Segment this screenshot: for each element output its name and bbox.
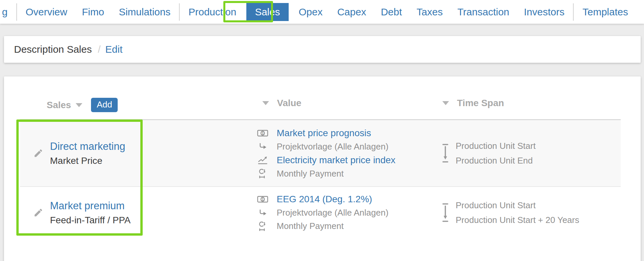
sales-item-titles: Direct marketingMarket Price: [50, 141, 125, 166]
recurring-payment-icon: [256, 222, 269, 231]
value-link[interactable]: Electricity market price index: [277, 155, 395, 166]
level-down-arrow-icon: [256, 143, 269, 151]
value-line: 1EEG 2014 (Deg. 1.2%): [256, 194, 438, 205]
breadcrumb-current: Description Sales: [14, 44, 92, 55]
value-cell: 1EEG 2014 (Deg. 1.2%)Projektvorlage (All…: [253, 187, 438, 238]
time-span-lines: Production Unit StartProduction Unit End: [456, 141, 536, 166]
value-cell: 1Market price prognosisProjektvorlage (A…: [253, 120, 438, 186]
value-text: Monthly Payment: [277, 221, 344, 231]
table-row: Market premiumFeed-in-Tariff / PPA1EEG 2…: [20, 187, 621, 261]
nav-divider: [573, 3, 574, 21]
edit-pencil-icon[interactable]: [33, 148, 43, 158]
breadcrumb-separator: /: [98, 44, 100, 55]
sales-item-cell: Direct marketingMarket Price: [20, 120, 253, 186]
top-navigation: gOverviewFimoSimulationsProductionSalesO…: [0, 0, 644, 24]
time-span-arrow-icon: [442, 144, 449, 163]
value-column-header: Value: [262, 98, 301, 108]
nav-tab-debt[interactable]: Debt: [381, 6, 402, 18]
value-line: Monthly Payment: [256, 169, 438, 179]
nav-tab-production[interactable]: Production: [188, 6, 236, 18]
level-down-arrow-icon: [256, 209, 269, 217]
time-span-end: Production Unit Start + 20 Years: [456, 215, 579, 225]
value-link[interactable]: EEG 2014 (Deg. 1.2%): [277, 194, 372, 205]
time-span-column-header: Time Span: [442, 98, 504, 108]
value-line: Projektvorlage (Alle Anlagen): [256, 208, 438, 218]
time-span-cell: Production Unit StartProduction Unit Sta…: [438, 187, 621, 238]
sales-item-link[interactable]: Market premium: [50, 200, 131, 212]
nav-tab-templates[interactable]: Templates: [582, 6, 628, 18]
banknote-icon: 1: [256, 195, 269, 204]
time-span-end: Production Unit End: [456, 156, 536, 166]
sales-table-body: Direct marketingMarket Price1Market pric…: [20, 119, 621, 261]
sales-dropdown[interactable]: Sales: [47, 100, 71, 110]
nav-tab-overview[interactable]: Overview: [26, 6, 67, 18]
chart-line-icon: [256, 156, 269, 165]
nav-tab-simulations[interactable]: Simulations: [119, 6, 170, 18]
nav-divider: [179, 3, 180, 21]
svg-text:1: 1: [262, 131, 264, 135]
recurring-payment-icon: [256, 169, 269, 178]
time-span-cell: Production Unit StartProduction Unit End: [438, 120, 621, 186]
time-span-start: Production Unit Start: [456, 200, 579, 211]
sales-item-subtitle: Market Price: [50, 156, 125, 166]
banknote-icon: 1: [256, 129, 269, 138]
sales-column-header: Sales Add: [47, 98, 118, 112]
sales-item-link[interactable]: Direct marketing: [50, 141, 125, 153]
value-line: Monthly Payment: [256, 221, 438, 231]
edit-link[interactable]: Edit: [105, 44, 123, 55]
time-span-start: Production Unit Start: [456, 141, 536, 151]
caret-down-icon: [76, 103, 82, 107]
table-header: Sales Add Value Time Span: [4, 98, 641, 114]
caret-down-icon: [442, 101, 449, 105]
breadcrumb: Description Sales / Edit: [4, 36, 641, 63]
time-span-arrow-icon: [442, 203, 449, 222]
edit-pencil-icon[interactable]: [33, 208, 43, 218]
add-button[interactable]: Add: [91, 98, 118, 112]
sales-item-subtitle: Feed-in-Tariff / PPA: [50, 215, 131, 226]
table-row: Direct marketingMarket Price1Market pric…: [20, 120, 621, 187]
value-line: Projektvorlage (Alle Anlagen): [256, 142, 438, 152]
value-line: 1Market price prognosis: [256, 128, 438, 139]
nav-tab-sales[interactable]: Sales: [246, 3, 289, 21]
nav-tab-investors[interactable]: Investors: [524, 6, 565, 18]
nav-tab-opex[interactable]: Opex: [299, 6, 323, 18]
nav-tab-fimo[interactable]: Fimo: [82, 6, 104, 18]
value-link[interactable]: Market price prognosis: [277, 128, 371, 139]
time-span-lines: Production Unit StartProduction Unit Sta…: [456, 200, 579, 225]
value-line: Electricity market price index: [256, 155, 438, 166]
svg-text:1: 1: [262, 198, 264, 201]
nav-tab-capex[interactable]: Capex: [337, 6, 366, 18]
nav-tab-taxes[interactable]: Taxes: [417, 6, 443, 18]
value-column-label[interactable]: Value: [277, 98, 301, 108]
value-text: Projektvorlage (Alle Anlagen): [277, 142, 388, 152]
nav-tab-transaction[interactable]: Transaction: [457, 6, 509, 18]
nav-divider: [16, 3, 17, 21]
caret-down-icon: [262, 101, 269, 105]
nav-tab-g[interactable]: g: [2, 6, 8, 18]
sales-item-cell: Market premiumFeed-in-Tariff / PPA: [20, 187, 253, 238]
value-text: Projektvorlage (Alle Anlagen): [277, 208, 388, 218]
sales-panel: Sales Add Value Time Span Direct marketi…: [4, 76, 641, 261]
value-text: Monthly Payment: [277, 169, 344, 179]
time-span-column-label[interactable]: Time Span: [457, 98, 504, 108]
sales-item-titles: Market premiumFeed-in-Tariff / PPA: [50, 200, 131, 226]
